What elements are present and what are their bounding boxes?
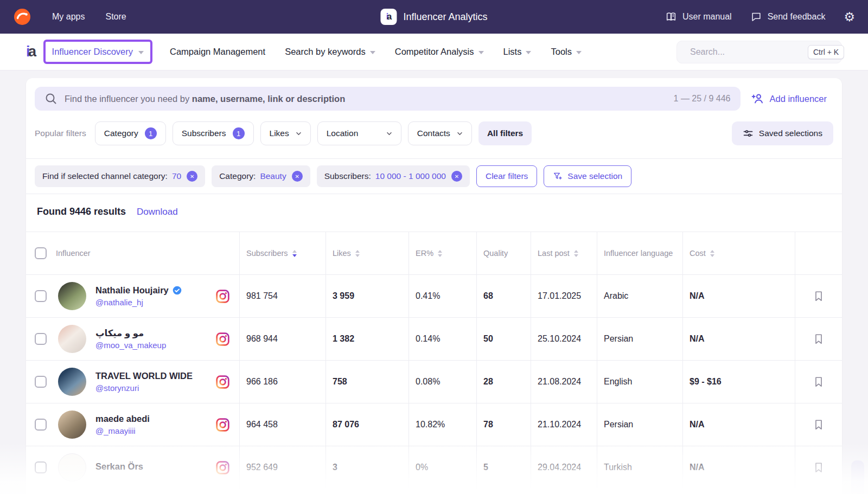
column-header-er[interactable]: ER% bbox=[416, 249, 433, 258]
saved-selections-button[interactable]: Saved selections bbox=[732, 121, 833, 145]
app-logo-badge: ia bbox=[380, 9, 397, 25]
table-row: Serkan Örs 952 649 3 0% 5 29.04.2024 Tur… bbox=[26, 446, 842, 489]
sort-icon[interactable] bbox=[292, 250, 297, 257]
nav-item-tools[interactable]: Tools bbox=[551, 47, 582, 57]
store-link[interactable]: Store bbox=[105, 12, 126, 22]
settings-gear-icon[interactable]: ⚙ bbox=[844, 11, 855, 23]
avatar[interactable] bbox=[58, 453, 86, 482]
quality-cell: 28 bbox=[476, 361, 531, 403]
search-placeholder: Find the influencer you need by name, us… bbox=[65, 94, 345, 104]
last-post-cell: 21.08.2024 bbox=[531, 361, 597, 403]
save-selection-button[interactable]: Save selection bbox=[544, 165, 631, 187]
row-checkbox[interactable] bbox=[35, 290, 47, 302]
filter-category-button[interactable]: Category 1 bbox=[95, 121, 166, 145]
ia-logo[interactable]: ia bbox=[26, 43, 36, 60]
row-checkbox[interactable] bbox=[35, 461, 47, 473]
nav-item-competitor-analysis[interactable]: Competitor Analysis bbox=[395, 47, 484, 57]
nav-item-lists[interactable]: Lists bbox=[503, 47, 532, 57]
nav-item-influencer-discovery[interactable]: Influencer Discovery bbox=[52, 47, 133, 57]
filter-location-button[interactable]: Location bbox=[317, 121, 401, 145]
table-row: Nathalie Houjairy @nathalie_hj 981 754 3… bbox=[26, 274, 842, 317]
remove-filter-icon[interactable]: ✕ bbox=[451, 171, 462, 182]
last-post-cell: 21.10.2024 bbox=[531, 403, 597, 446]
instagram-icon[interactable] bbox=[216, 418, 229, 432]
row-checkbox[interactable] bbox=[35, 333, 47, 345]
filter-likes-button[interactable]: Likes bbox=[260, 121, 311, 145]
bookmark-icon[interactable] bbox=[813, 418, 825, 431]
avatar[interactable] bbox=[58, 368, 86, 396]
influencer-username[interactable]: @moo_va_makeup bbox=[95, 341, 166, 350]
remove-filter-icon[interactable]: ✕ bbox=[187, 171, 197, 182]
bookmark-icon[interactable] bbox=[813, 375, 825, 388]
influencer-name[interactable]: maede abedi bbox=[95, 414, 150, 424]
column-header-cost[interactable]: Cost bbox=[690, 249, 706, 258]
influencer-name[interactable]: TRAVEL WORLD WIDE bbox=[95, 371, 193, 381]
subscribers-cell: 968 944 bbox=[239, 318, 326, 360]
likes-cell: 87 076 bbox=[326, 403, 409, 446]
last-post-cell: 29.04.2024 bbox=[531, 446, 597, 489]
my-apps-link[interactable]: My apps bbox=[52, 12, 85, 22]
chevron-down-icon bbox=[370, 51, 375, 54]
global-search-input[interactable] bbox=[690, 47, 802, 57]
language-cell: Arabic bbox=[597, 275, 682, 317]
quality-cell: 50 bbox=[476, 318, 531, 360]
filter-contacts-button[interactable]: Contacts bbox=[408, 121, 472, 145]
nav-item-campaign-management[interactable]: Campaign Management bbox=[170, 47, 265, 57]
column-header-last-post[interactable]: Last post bbox=[538, 249, 570, 258]
chip-value[interactable]: Beauty bbox=[260, 171, 286, 181]
influencer-search-input[interactable]: Find the influencer you need by name, us… bbox=[35, 87, 741, 111]
sort-icon[interactable] bbox=[574, 250, 578, 257]
last-post-cell: 17.01.2025 bbox=[531, 275, 597, 317]
sort-icon[interactable] bbox=[438, 250, 442, 257]
add-influencer-button[interactable]: Add influencer bbox=[751, 92, 834, 105]
language-cell: Persian bbox=[597, 403, 682, 446]
avatar[interactable] bbox=[58, 410, 86, 439]
column-header-subscribers[interactable]: Subscribers bbox=[246, 249, 288, 258]
row-checkbox[interactable] bbox=[35, 376, 47, 388]
er-cell: 10.82% bbox=[409, 403, 476, 446]
chevron-down-icon bbox=[386, 132, 392, 136]
nav-label: Tools bbox=[551, 47, 572, 57]
bookmark-icon[interactable] bbox=[813, 332, 825, 345]
instagram-icon[interactable] bbox=[216, 290, 229, 303]
chip-label: Subscribers: bbox=[324, 171, 371, 181]
influencer-name[interactable]: Serkan Örs bbox=[95, 461, 143, 472]
select-all-checkbox[interactable] bbox=[35, 247, 47, 259]
chip-value[interactable]: 10 000 - 1 000 000 bbox=[375, 171, 446, 181]
chevron-down-icon bbox=[138, 51, 144, 54]
remove-filter-icon[interactable]: ✕ bbox=[292, 171, 303, 182]
influencer-name[interactable]: مو و میکاپ bbox=[95, 328, 144, 338]
influencer-username[interactable]: @_maayiiii bbox=[95, 426, 150, 435]
nav-label: Search by keywords bbox=[285, 47, 366, 57]
instagram-icon[interactable] bbox=[216, 375, 229, 389]
sort-icon[interactable] bbox=[710, 250, 714, 257]
chevron-down-icon bbox=[576, 51, 582, 54]
influencer-username[interactable]: @nathalie_hj bbox=[95, 298, 182, 307]
download-link[interactable]: Download bbox=[137, 207, 178, 217]
row-checkbox[interactable] bbox=[35, 419, 47, 431]
semrush-logo-icon[interactable] bbox=[13, 8, 31, 26]
send-feedback-button[interactable]: Send feedback bbox=[750, 11, 826, 23]
chip-value[interactable]: 70 bbox=[172, 171, 181, 181]
nav-item-search-by-keywords[interactable]: Search by keywords bbox=[285, 47, 375, 57]
scrollbar-thumb[interactable] bbox=[851, 460, 864, 494]
clear-filters-button[interactable]: Clear filters bbox=[476, 165, 537, 187]
sort-icon[interactable] bbox=[355, 250, 360, 257]
avatar[interactable] bbox=[58, 282, 86, 310]
bookmark-icon[interactable] bbox=[813, 461, 825, 474]
filter-subscribers-button[interactable]: Subscribers 1 bbox=[173, 121, 254, 145]
influencer-name[interactable]: Nathalie Houjairy bbox=[95, 285, 169, 296]
bookmark-icon[interactable] bbox=[813, 290, 825, 303]
quality-cell: 5 bbox=[476, 446, 531, 489]
instagram-icon[interactable] bbox=[216, 332, 229, 346]
column-header-likes[interactable]: Likes bbox=[333, 249, 351, 258]
verified-badge-icon bbox=[173, 286, 182, 295]
influencer-username[interactable]: @storynzuri bbox=[95, 383, 193, 393]
user-manual-button[interactable]: User manual bbox=[665, 11, 732, 23]
all-filters-button[interactable]: All filters bbox=[478, 121, 532, 145]
avatar[interactable] bbox=[58, 325, 86, 353]
filter-label: Contacts bbox=[417, 129, 450, 138]
instagram-icon[interactable] bbox=[216, 461, 229, 474]
filter-label: Location bbox=[327, 129, 359, 138]
global-search-box[interactable]: Ctrl + K bbox=[676, 41, 842, 63]
